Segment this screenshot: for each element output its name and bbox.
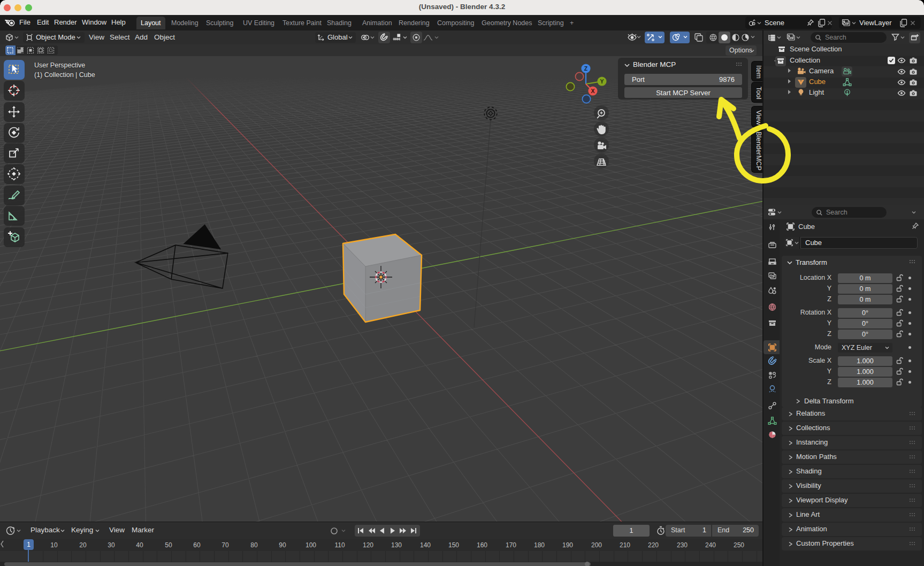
svg-text:Y: Y — [600, 78, 604, 85]
svg-text:Z: Z — [584, 65, 588, 72]
svg-text:X: X — [591, 88, 594, 94]
